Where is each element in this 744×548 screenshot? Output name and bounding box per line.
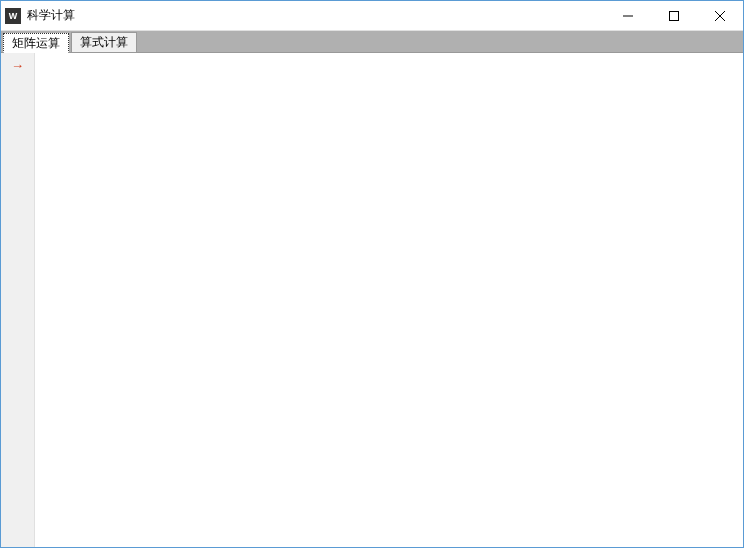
prompt-arrow-icon: → [11,59,24,72]
line-gutter: → [1,53,35,547]
close-icon [715,11,725,21]
tab-bar: 矩阵运算 算式计算 [1,31,743,53]
editor-pane [35,53,743,547]
minimize-button[interactable] [605,1,651,30]
content-area: → [1,53,743,547]
window-title: 科学计算 [27,7,75,24]
editor-input[interactable] [41,57,737,543]
tab-label: 算式计算 [80,34,128,51]
titlebar: W 科学计算 [1,1,743,31]
minimize-icon [623,11,633,21]
maximize-icon [669,11,679,21]
app-window: W 科学计算 矩阵运算 算式计算 → [0,0,744,548]
tab-label: 矩阵运算 [12,35,60,52]
tab-matrix-operations[interactable]: 矩阵运算 [3,33,69,53]
svg-rect-1 [670,11,679,20]
app-icon: W [5,8,21,24]
maximize-button[interactable] [651,1,697,30]
window-controls [605,1,743,30]
tab-expression-calc[interactable]: 算式计算 [71,32,137,52]
close-button[interactable] [697,1,743,30]
